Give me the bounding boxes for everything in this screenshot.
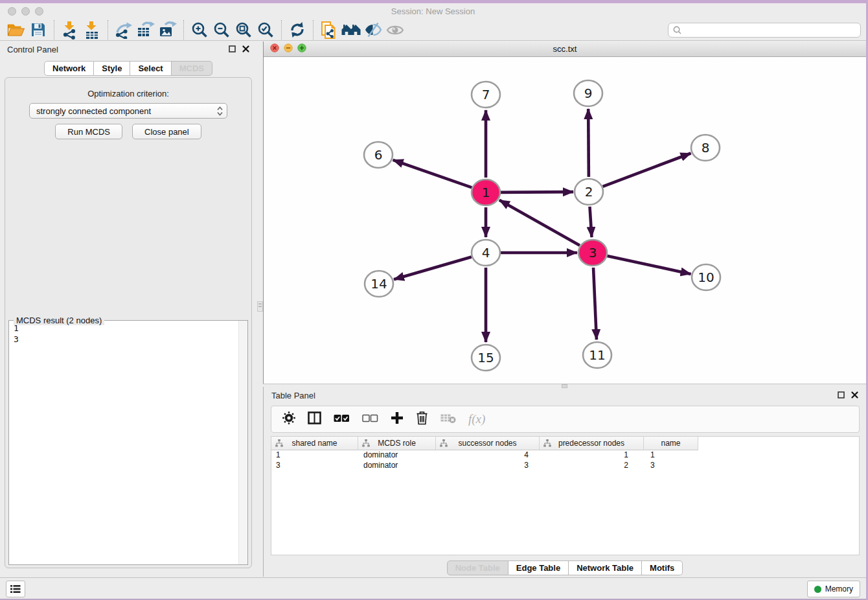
vertical-splitter[interactable]: [257, 41, 263, 577]
graph-node-11[interactable]: 11: [583, 342, 611, 368]
export-image-icon[interactable]: [157, 20, 179, 40]
network-zoom-button[interactable]: [297, 43, 306, 55]
save-floppy-icon[interactable]: [27, 20, 49, 40]
column-header-MCDS-role[interactable]: MCDS role: [358, 437, 436, 450]
eye-slash-icon[interactable]: [362, 20, 384, 40]
graph-node-10[interactable]: 10: [692, 264, 720, 290]
graph-edge-1-6[interactable]: [393, 160, 472, 187]
column-header-name[interactable]: name: [644, 437, 698, 450]
export-table-icon[interactable]: [135, 20, 157, 40]
column-header-successor-nodes[interactable]: successor nodes: [436, 437, 540, 450]
open-folder-icon[interactable]: [5, 20, 27, 40]
graph-node-4[interactable]: 4: [472, 240, 500, 266]
graph-node-6[interactable]: 6: [364, 142, 393, 168]
table-tab-edge-table[interactable]: Edge Table: [508, 560, 569, 575]
search-input[interactable]: [668, 23, 861, 38]
table-tab-network-table[interactable]: Network Table: [569, 560, 642, 575]
panel-list-button[interactable]: [6, 581, 25, 597]
mcds-result-box: MCDS result (2 nodes) 1 3: [8, 320, 248, 565]
table-row[interactable]: 1dominator411: [271, 450, 859, 461]
graph-edge-4-14[interactable]: [394, 257, 472, 279]
network-close-button[interactable]: [270, 43, 279, 55]
toolbar-separator: [281, 20, 282, 40]
memory-button[interactable]: Memory: [807, 581, 860, 597]
select-stepper-icon: [217, 106, 223, 116]
table-row[interactable]: 3dominator323: [271, 461, 859, 471]
criterion-select[interactable]: strongly connected component: [29, 103, 227, 119]
control-tab-network[interactable]: Network: [44, 61, 94, 76]
clone-network-document-icon[interactable]: [318, 20, 340, 40]
svg-text:2: 2: [585, 184, 593, 200]
gear-icon[interactable]: [282, 411, 295, 427]
svg-text:1: 1: [482, 185, 490, 200]
float-panel-icon[interactable]: [838, 389, 845, 401]
run-mcds-button[interactable]: Run MCDS: [55, 124, 122, 139]
hierarchy-icon: [275, 439, 283, 447]
column-header-shared-name[interactable]: shared name: [271, 437, 358, 450]
graph-edge-3-10[interactable]: [607, 256, 691, 274]
graph-node-1[interactable]: 1: [472, 179, 500, 205]
graph-edge-2-9[interactable]: [588, 109, 589, 177]
graph-edge-2-3[interactable]: [589, 207, 591, 237]
memory-label: Memory: [825, 584, 853, 594]
column-header-predecessor-nodes[interactable]: predecessor nodes: [540, 437, 644, 450]
window-close-button[interactable]: [8, 7, 16, 16]
criterion-value: strongly connected component: [36, 106, 151, 116]
graph-edge-2-8[interactable]: [603, 153, 691, 186]
add-column-plus-icon[interactable]: [391, 411, 404, 427]
function-builder-disabled-icon: f(x): [468, 412, 485, 426]
graph-edge-3-1[interactable]: [499, 200, 580, 246]
zoom-selected-magnifier-icon[interactable]: [255, 20, 277, 40]
control-tab-select[interactable]: Select: [130, 61, 171, 76]
graph-node-8[interactable]: 8: [691, 135, 720, 161]
graph-node-14[interactable]: 14: [365, 271, 393, 297]
deselect-checkboxes-icon[interactable]: [362, 413, 378, 425]
zoom-fit-magnifier-icon[interactable]: [233, 20, 255, 40]
network-canvas[interactable]: 7968124314101511: [264, 57, 866, 384]
result-scrollbar[interactable]: [238, 321, 247, 564]
graph-node-2[interactable]: 2: [575, 179, 603, 205]
svg-text:11: 11: [589, 347, 605, 363]
graph-edge-1-2[interactable]: [501, 192, 573, 192]
split-columns-icon[interactable]: [308, 411, 321, 427]
close-panel-icon[interactable]: [851, 389, 858, 401]
search-icon: [673, 26, 681, 34]
float-panel-icon[interactable]: [229, 43, 236, 55]
table-tab-node-table[interactable]: Node Table: [447, 560, 508, 575]
graph-node-15[interactable]: 15: [472, 345, 500, 371]
svg-text:4: 4: [482, 245, 490, 260]
main-toolbar: [0, 19, 866, 41]
control-panel-tabs: NetworkStyleSelectMCDS: [0, 61, 257, 76]
table-tab-motifs[interactable]: Motifs: [642, 560, 683, 575]
export-network-icon[interactable]: [113, 20, 135, 40]
graph-node-3[interactable]: 3: [578, 240, 607, 266]
window-titlebar: Session: New Session: [0, 3, 866, 19]
zoom-in-magnifier-icon[interactable]: [188, 20, 211, 40]
table-cell: dominator: [358, 450, 436, 461]
trash-icon[interactable]: [416, 411, 428, 428]
import-table-icon[interactable]: [81, 20, 103, 40]
refresh-arrows-icon[interactable]: [286, 20, 308, 40]
svg-text:7: 7: [482, 87, 490, 102]
control-tab-style[interactable]: Style: [94, 61, 130, 76]
window-minimize-button[interactable]: [21, 7, 30, 16]
splitter-grip[interactable]: [257, 301, 263, 312]
eye-disabled-icon: [384, 20, 406, 40]
close-panel-button[interactable]: Close panel: [132, 124, 201, 139]
mcds-result-text[interactable]: 1 3: [14, 323, 19, 345]
select-all-checkboxes-icon[interactable]: [334, 413, 350, 425]
window-title: Session: New Session: [0, 6, 866, 16]
graph-node-9[interactable]: 9: [574, 80, 602, 106]
network-view-titlebar: scc.txt: [264, 41, 866, 57]
network-minimize-button[interactable]: [284, 43, 293, 55]
import-network-icon[interactable]: [59, 20, 81, 40]
close-panel-icon[interactable]: [242, 43, 249, 55]
graph-node-7[interactable]: 7: [472, 82, 500, 108]
node-table-body: 1dominator4113dominator323: [271, 450, 859, 471]
graph-edge-3-11[interactable]: [593, 268, 597, 340]
houses-icon[interactable]: [340, 20, 362, 40]
table-cell: 2: [540, 461, 644, 471]
control-tab-mcds[interactable]: MCDS: [172, 61, 212, 76]
window-zoom-button[interactable]: [35, 7, 43, 16]
zoom-out-magnifier-icon[interactable]: [211, 20, 233, 40]
